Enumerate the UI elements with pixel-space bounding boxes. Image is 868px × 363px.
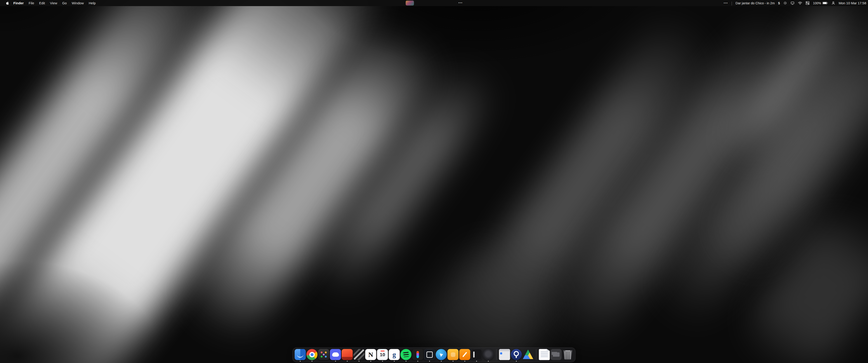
dock-icon-notion[interactable]: N [365,349,376,360]
menu-bar: Finder File Edit View Go Window Help •••… [0,0,868,6]
now-playing-artwork[interactable] [406,1,414,5]
desktop-wallpaper[interactable] [0,0,868,363]
apple-logo-icon [6,1,9,5]
dock-icon-window-thumbnail[interactable] [499,349,510,360]
dock-icon-trash[interactable] [562,349,574,360]
dock-icon-finder[interactable] [295,349,306,360]
dock-icon-pages[interactable] [459,349,470,360]
figma-app-icon [412,349,423,360]
calendar-event-menu-item[interactable]: Dar jantar do Chico - in 2m [736,1,775,5]
notion-calendar-app-icon [424,349,435,360]
battery-percentage: 100% [813,1,821,5]
dock-icon-app-blue[interactable] [436,349,447,360]
dock-icon-spotify[interactable] [401,349,412,360]
google-drive-app-icon [523,349,534,360]
app-dark-round-app-icon [483,349,494,360]
running-indicator-dot [453,361,454,362]
running-indicator-dot [417,361,418,362]
pages-app-icon [459,349,470,360]
running-indicator-dot [476,361,477,362]
dock-icon-calendar[interactable]: 10 [377,349,388,360]
running-indicator-dot [335,361,336,362]
goodnotes-app-icon: g [389,349,400,360]
app-yellow-app-icon [447,349,459,360]
launchpad-app-icon [318,349,329,360]
running-indicator-dot [347,361,348,362]
menu-view[interactable]: View [48,0,60,6]
app-dark-stripes-app-icon [353,349,365,360]
menu-finder[interactable]: Finder [11,0,26,6]
menu-bar-app-menus: Finder File Edit View Go Window Help [0,0,98,6]
dock-icon-document[interactable] [539,349,550,360]
control-center-icon[interactable] [806,0,809,6]
menu-file[interactable]: File [26,0,37,6]
dock-icon-notion-calendar[interactable] [424,349,435,360]
menu-edit[interactable]: Edit [37,0,48,6]
running-indicator-dot [516,361,517,362]
spotify-app-icon [401,349,412,360]
dock-icon-figma[interactable] [412,349,423,360]
running-indicator-dot [429,361,430,362]
dock-icon-launchpad[interactable] [318,349,329,360]
menu-bar-status: ••• | Dar jantar do Chico - in 2m $ [724,0,866,6]
battery-icon [822,2,828,4]
finder-app-icon [295,349,306,360]
dock-icon-google-drive[interactable] [523,349,534,360]
user-profile-icon[interactable] [831,0,835,6]
dock-icon-app-dark-terminal[interactable] [471,349,482,360]
menu-bar-clock[interactable]: Mon 10 Mar 17:58 [839,1,866,5]
apple-menu[interactable] [4,0,11,6]
running-indicator-dot [405,361,407,362]
app-dark-terminal-app-icon [471,349,482,360]
onepassword-app-icon [511,349,522,360]
dock-icon-goodnotes[interactable]: g [389,349,400,360]
discord-app-icon [330,349,341,360]
running-indicator-dot [488,361,489,362]
chrome-app-icon [307,349,318,360]
running-indicator-dot [359,361,360,362]
downloads-app-icon [551,349,562,360]
running-indicator-dot [382,361,383,362]
dock-icon-chrome[interactable] [307,349,318,360]
trash-app-icon [562,349,574,360]
wifi-icon[interactable] [798,0,802,6]
app-blue-app-icon [436,349,447,360]
dock-separator [536,349,536,360]
notch-ellipsis-menu-item[interactable]: ••• [458,0,463,6]
document-app-icon [539,349,550,360]
dock-icon-app-dark-round[interactable] [483,349,494,360]
menu-extras-ellipsis[interactable]: ••• [724,2,728,5]
dock-icon-onepassword[interactable] [511,349,522,360]
dock-icon-app-dark-stripes[interactable] [353,349,365,360]
running-indicator-dot [441,361,442,362]
menu-go[interactable]: Go [60,0,69,6]
dock-icon-app-yellow[interactable] [447,349,459,360]
running-indicator-dot [311,361,313,362]
dock-icon-discord[interactable] [330,349,341,360]
dock-separator [496,349,497,360]
app-red-app-icon [342,349,353,360]
notion-app-icon: N [365,349,376,360]
window-thumbnail-app-icon [499,349,510,360]
menu-window[interactable]: Window [69,0,86,6]
running-indicator-dot [464,361,465,362]
running-indicator-dot [370,361,371,362]
dock: N10g [292,348,576,362]
battery-status[interactable]: 100% [813,1,828,5]
dock-icon-downloads[interactable] [551,349,562,360]
status-separator: | [731,1,732,5]
calendar-app-icon: 10 [377,349,388,360]
running-indicator-dot [394,361,395,362]
finance-dollar-icon[interactable]: $ [778,0,780,6]
gear-icon[interactable] [783,0,787,6]
running-indicator-dot [300,361,301,362]
dock-icon-app-red[interactable] [342,349,353,360]
menu-help[interactable]: Help [86,0,98,6]
display-mirroring-icon[interactable] [790,0,795,6]
